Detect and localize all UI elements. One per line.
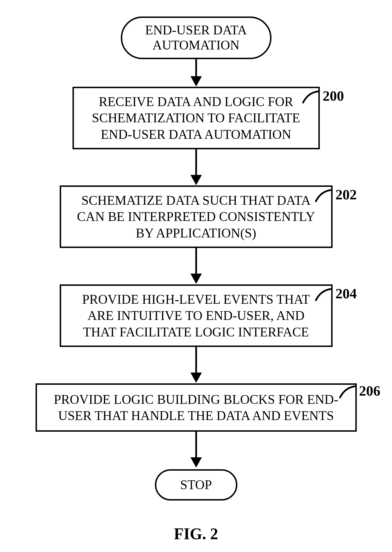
ref-label-2: 204 <box>335 285 357 302</box>
process-step-2-text: PROVIDE HIGH-LEVEL EVENTS THAT ARE INTUI… <box>82 291 310 340</box>
ref-label-3: 206 <box>359 383 380 399</box>
terminator-stop: STOP <box>155 469 237 501</box>
ref-label-0: 200 <box>323 88 344 104</box>
terminator-start: END-USER DATA AUTOMATION <box>121 16 271 59</box>
process-step-0-text: RECEIVE DATA AND LOGIC FOR SCHEMATIZATIO… <box>92 94 300 143</box>
process-step-3: PROVIDE LOGIC BUILDING BLOCKS FOR END- U… <box>36 383 357 432</box>
ref-label-1: 202 <box>335 186 357 203</box>
process-step-3-text: PROVIDE LOGIC BUILDING BLOCKS FOR END- U… <box>54 391 338 424</box>
process-step-1-text: SCHEMATIZE DATA SUCH THAT DATA CAN BE IN… <box>77 192 315 241</box>
leader-3 <box>339 384 356 399</box>
terminator-start-text: END-USER DATA AUTOMATION <box>145 23 247 53</box>
process-step-0: RECEIVE DATA AND LOGIC FOR SCHEMATIZATIO… <box>72 87 320 149</box>
process-step-2: PROVIDE HIGH-LEVEL EVENTS THAT ARE INTUI… <box>60 284 333 347</box>
leader-1 <box>315 188 332 202</box>
terminator-stop-text: STOP <box>180 477 212 493</box>
flowchart-canvas: END-USER DATA AUTOMATION RECEIVE DATA AN… <box>0 0 392 552</box>
process-step-1: SCHEMATIZE DATA SUCH THAT DATA CAN BE IN… <box>60 185 333 248</box>
leader-2 <box>315 287 332 301</box>
leader-0 <box>302 90 319 104</box>
figure-caption: FIG. 2 <box>174 525 218 543</box>
